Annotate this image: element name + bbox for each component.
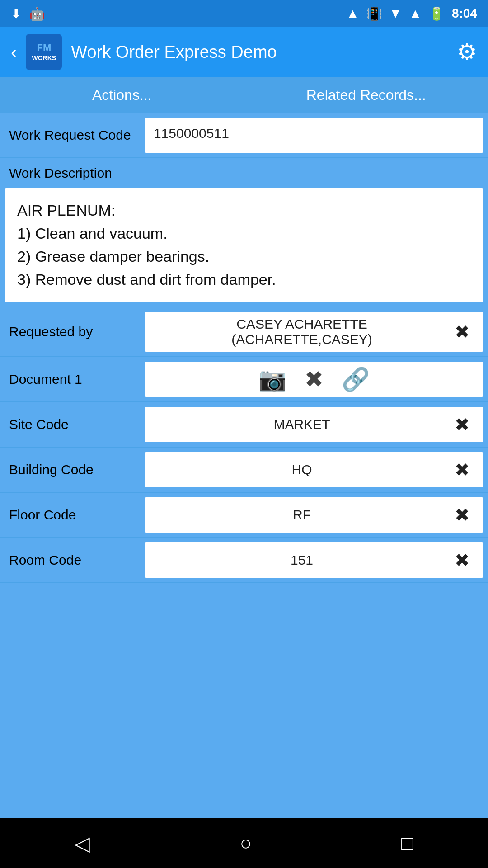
document1-value-container: 📷 ✖ 🔗: [145, 362, 483, 397]
bluetooth-icon: ▲: [347, 6, 359, 21]
site-code-clear-button[interactable]: ✖: [450, 414, 474, 435]
remove-document-icon[interactable]: ✖: [305, 366, 324, 392]
link-icon[interactable]: 🔗: [342, 366, 370, 392]
recent-nav-button[interactable]: □: [383, 827, 432, 859]
nav-bar: ◁ ○ □: [0, 818, 488, 868]
download-icon: ⬇: [11, 6, 21, 21]
battery-icon: 🔋: [429, 6, 445, 21]
status-left-icons: ⬇ 🤖: [11, 6, 45, 21]
back-button[interactable]: ‹: [11, 42, 17, 62]
room-code-value-container[interactable]: 151 ✖: [145, 542, 483, 578]
app-bar: ‹ FM WORKS Work Order Express Demo ⚙: [0, 27, 488, 77]
actions-button[interactable]: Actions...: [0, 77, 244, 113]
wifi-icon: ▼: [389, 6, 402, 21]
work-description-label: Work Description: [0, 158, 488, 188]
building-code-value-container[interactable]: HQ ✖: [145, 452, 483, 487]
work-description-box[interactable]: AIR PLENUM:1) Clean and vacuum.2) Grease…: [5, 188, 483, 302]
work-request-code-label: Work Request Code: [0, 113, 145, 157]
vibrate-icon: 📳: [366, 6, 382, 21]
floor-code-label: Floor Code: [0, 493, 145, 537]
status-right-icons: ▲ 📳 ▼ ▲ 🔋 8:04: [347, 6, 477, 21]
work-description-row: Work Description AIR PLENUM:1) Clean and…: [0, 158, 488, 307]
home-nav-button[interactable]: ○: [221, 827, 270, 859]
document1-icons: 📷 ✖ 🔗: [154, 366, 474, 392]
floor-code-row: Floor Code RF ✖: [0, 493, 488, 538]
work-request-code-value: 1150000511: [154, 126, 474, 141]
site-code-row: Site Code MARKET ✖: [0, 402, 488, 448]
related-records-button[interactable]: Related Records...: [244, 77, 488, 113]
requested-by-clear-button[interactable]: ✖: [450, 321, 474, 342]
requested-by-label: Requested by: [0, 307, 145, 356]
building-code-row: Building Code HQ ✖: [0, 448, 488, 493]
room-code-row: Room Code 151 ✖: [0, 538, 488, 583]
back-nav-button[interactable]: ◁: [56, 827, 108, 859]
action-row: Actions... Related Records...: [0, 77, 488, 113]
time-display: 8:04: [452, 6, 477, 21]
app-logo: FM WORKS: [26, 34, 62, 70]
logo-fm: FM: [37, 42, 51, 54]
floor-code-value-container[interactable]: RF ✖: [145, 497, 483, 533]
site-code-label: Site Code: [0, 402, 145, 447]
work-request-code-value-container[interactable]: 1150000511: [145, 118, 483, 153]
floor-code-clear-button[interactable]: ✖: [450, 505, 474, 525]
site-code-value: MARKET: [154, 417, 450, 432]
requested-by-value: CASEY ACHARETTE(ACHARETTE,CASEY): [154, 316, 450, 347]
site-code-value-container[interactable]: MARKET ✖: [145, 407, 483, 442]
building-code-clear-button[interactable]: ✖: [450, 459, 474, 480]
status-bar: ⬇ 🤖 ▲ 📳 ▼ ▲ 🔋 8:04: [0, 0, 488, 27]
room-code-label: Room Code: [0, 538, 145, 582]
camera-icon[interactable]: 📷: [258, 366, 286, 392]
building-code-label: Building Code: [0, 448, 145, 492]
building-code-value: HQ: [154, 462, 450, 477]
requested-by-value-container[interactable]: CASEY ACHARETTE(ACHARETTE,CASEY) ✖: [145, 312, 483, 352]
room-code-value: 151: [154, 552, 450, 568]
document1-label: Document 1: [0, 357, 145, 401]
work-request-code-row: Work Request Code 1150000511: [0, 113, 488, 158]
app-bar-left: ‹ FM WORKS Work Order Express Demo: [11, 34, 277, 70]
requested-by-row: Requested by CASEY ACHARETTE(ACHARETTE,C…: [0, 307, 488, 357]
content-area: Work Request Code 1150000511 Work Descri…: [0, 113, 488, 818]
document1-row: Document 1 📷 ✖ 🔗: [0, 357, 488, 402]
signal-icon: ▲: [409, 6, 422, 21]
android-icon: 🤖: [29, 6, 45, 21]
work-description-text: AIR PLENUM:1) Clean and vacuum.2) Grease…: [17, 199, 471, 291]
floor-code-value: RF: [154, 507, 450, 523]
logo-works: WORKS: [32, 54, 56, 62]
room-code-clear-button[interactable]: ✖: [450, 550, 474, 571]
settings-icon[interactable]: ⚙: [457, 39, 477, 65]
app-title: Work Order Express Demo: [71, 42, 277, 62]
